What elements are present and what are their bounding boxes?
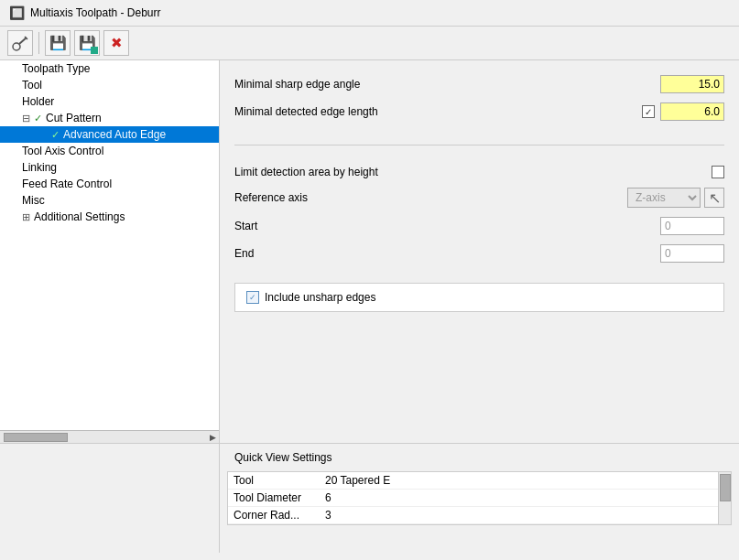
start-label: Start (234, 220, 660, 232)
tree-label: Toolpath Type (22, 62, 91, 75)
tree-label: Additional Settings (34, 210, 125, 223)
tree-label: Cut Pattern (46, 112, 102, 124)
end-input[interactable] (660, 244, 724, 263)
quick-view-area: Quick View Settings Tool 20 Tapered E To… (220, 444, 739, 553)
reference-axis-row: Reference axis Z-axis X-axis Y-axis ↖ (234, 188, 724, 208)
save-as-button[interactable]: 💾 (74, 30, 100, 56)
svg-point-0 (13, 43, 20, 50)
tree-container: Toolpath Type Tool Holder ⊟ ✓ Cut Patter… (0, 60, 219, 430)
qv-key-corner: Corner Rad... (234, 509, 325, 522)
limit-detection-checkbox[interactable] (712, 166, 724, 178)
limit-detection-label: Limit detection area by height (234, 166, 712, 178)
reference-axis-select[interactable]: Z-axis X-axis Y-axis (627, 188, 701, 208)
reference-axis-label: Reference axis (234, 191, 627, 204)
sharp-edge-row: Minimal sharp edge angle (234, 75, 724, 93)
detection-section: Limit detection area by height Reference… (234, 166, 724, 272)
scrollbar-thumb[interactable] (4, 433, 68, 442)
tree-item-holder[interactable]: Holder (0, 93, 219, 110)
tree-item-tool-axis[interactable]: Tool Axis Control (0, 143, 219, 159)
quick-view-box: Tool 20 Tapered E Tool Diameter 6 Corner… (227, 471, 732, 525)
unsharp-edges-label: Include unsharp edges (265, 291, 375, 304)
qv-val-corner: 3 (325, 509, 712, 522)
tree-item-toolpath-type[interactable]: Toolpath Type (0, 60, 219, 77)
svg-line-1 (19, 38, 27, 44)
expand-icon: ⊞ (22, 211, 30, 223)
end-label: End (234, 247, 660, 260)
window-title: Multiaxis Toolpath - Deburr (30, 6, 161, 19)
qv-row-tool: Tool 20 Tapered E (228, 472, 718, 490)
tree-item-linking[interactable]: Linking (0, 159, 219, 176)
tree-item-tool[interactable]: Tool (0, 77, 219, 93)
tree-label: Feed Rate Control (22, 178, 112, 190)
bottom-left (0, 444, 220, 553)
start-row: Start (234, 217, 724, 235)
tree-label: Advanced Auto Edge (63, 128, 166, 141)
tree-label: Linking (22, 161, 57, 174)
detected-edge-checkbox[interactable]: ✓ (642, 105, 655, 118)
scroll-right-arrow[interactable]: ▶ (206, 431, 219, 444)
toolbar: 💾 💾 ✖ (0, 27, 739, 60)
start-input[interactable] (660, 217, 724, 235)
qv-key-tool: Tool (234, 474, 325, 487)
expand-icon: ⊟ (22, 113, 30, 124)
unsharp-edges-section: ✓ Include unsharp edges (234, 283, 724, 312)
sharp-edge-value-container (660, 75, 724, 93)
save-button[interactable]: 💾 (45, 30, 71, 56)
horizontal-scrollbar[interactable]: ▶ (0, 430, 219, 443)
tree-item-misc[interactable]: Misc (0, 192, 219, 209)
bottom-row: Quick View Settings Tool 20 Tapered E To… (0, 443, 739, 553)
detected-edge-input[interactable] (660, 102, 724, 121)
main-panel: Toolpath Type Tool Holder ⊟ ✓ Cut Patter… (0, 60, 739, 553)
tool-button[interactable] (7, 30, 33, 56)
detected-edge-row: Minimal detected edge length ✓ (234, 102, 724, 121)
title-bar: 🔲 Multiaxis Toolpath - Deburr (0, 0, 739, 27)
end-row: End (234, 244, 724, 263)
tree-item-additional-settings[interactable]: ⊞ Additional Settings (0, 209, 219, 225)
unsharp-edges-checkbox[interactable]: ✓ (246, 291, 259, 304)
qv-key-diameter: Tool Diameter (234, 491, 325, 504)
detected-edge-value-container: ✓ (642, 102, 724, 121)
toolbar-separator (38, 32, 39, 54)
tree-item-advanced-auto-edge[interactable]: ✓ Advanced Auto Edge (0, 126, 219, 143)
qv-row-corner: Corner Rad... 3 (228, 507, 718, 524)
content-area: Toolpath Type Tool Holder ⊟ ✓ Cut Patter… (0, 60, 739, 443)
quick-view-title: Quick View Settings (227, 447, 732, 468)
quick-view-content: Tool 20 Tapered E Tool Diameter 6 Corner… (228, 472, 718, 524)
window-icon: 🔲 (9, 5, 25, 20)
scrollbar-thumb-v[interactable] (720, 474, 731, 501)
qv-val-tool: 20 Tapered E (325, 474, 712, 487)
detected-edge-label: Minimal detected edge length (234, 105, 642, 118)
check-icon: ✓ (51, 129, 60, 141)
left-column: Toolpath Type Tool Holder ⊟ ✓ Cut Patter… (0, 60, 220, 443)
tree-item-feed-rate[interactable]: Feed Rate Control (0, 176, 219, 192)
tree-label: Tool Axis Control (22, 145, 103, 157)
edge-settings-section: Minimal sharp edge angle Minimal detecte… (234, 75, 724, 130)
tree-label: Misc (22, 194, 45, 207)
sharp-edge-label: Minimal sharp edge angle (234, 78, 660, 91)
qv-row-diameter: Tool Diameter 6 (228, 490, 718, 507)
delete-button[interactable]: ✖ (103, 30, 129, 56)
qv-val-diameter: 6 (325, 491, 712, 504)
sharp-edge-input[interactable] (660, 75, 724, 93)
tree-label: Tool (22, 79, 42, 92)
tree-label: Holder (22, 95, 54, 108)
quick-view-scrollbar[interactable] (718, 472, 731, 524)
cursor-button[interactable]: ↖ (704, 188, 724, 208)
section-divider (234, 145, 724, 145)
check-icon: ✓ (34, 113, 42, 124)
tree-item-cut-pattern[interactable]: ⊟ ✓ Cut Pattern (0, 110, 219, 126)
limit-detection-row: Limit detection area by height (234, 166, 724, 178)
settings-panel: Minimal sharp edge angle Minimal detecte… (220, 60, 739, 443)
